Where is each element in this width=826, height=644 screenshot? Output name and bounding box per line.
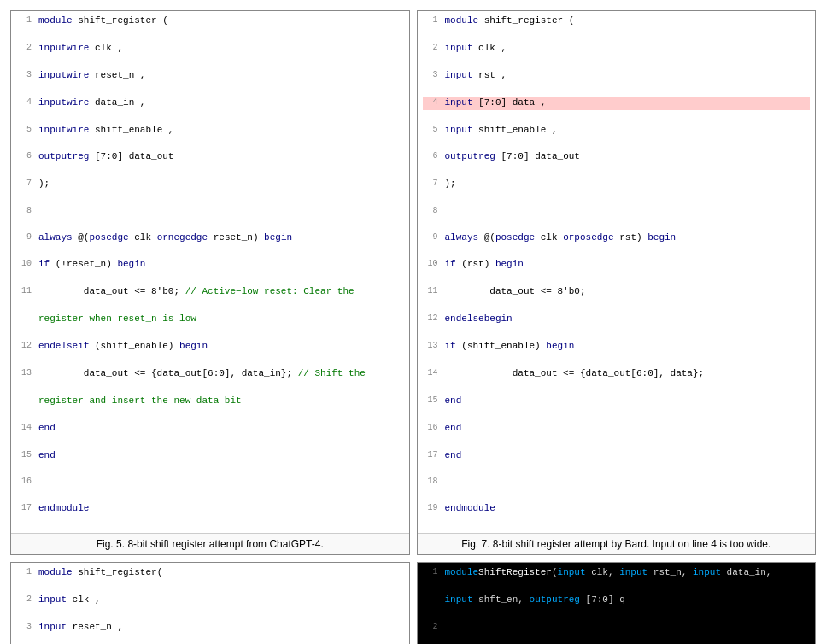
- code-fig7: 1module shift_register ( 2 input clk , 3…: [418, 11, 816, 533]
- code-fig6: 1module shift_register( 2 input clk , 3 …: [11, 563, 409, 644]
- panel-fig8: 1module ShiftRegister(input clk, input r…: [417, 562, 817, 644]
- panel-fig6: 1module shift_register( 2 input clk , 3 …: [10, 562, 410, 644]
- main-grid: 1module shift_register ( 2 input wire cl…: [0, 0, 826, 644]
- caption-fig7: Fig. 7. 8-bit shift register attempt by …: [418, 533, 816, 554]
- panel-fig7: 1module shift_register ( 2 input clk , 3…: [417, 10, 817, 555]
- caption-fig5: Fig. 5. 8-bit shift register attempt fro…: [11, 533, 409, 554]
- code-fig8: 1module ShiftRegister(input clk, input r…: [418, 563, 816, 644]
- code-fig5: 1module shift_register ( 2 input wire cl…: [11, 11, 409, 533]
- panel-fig5: 1module shift_register ( 2 input wire cl…: [10, 10, 410, 555]
